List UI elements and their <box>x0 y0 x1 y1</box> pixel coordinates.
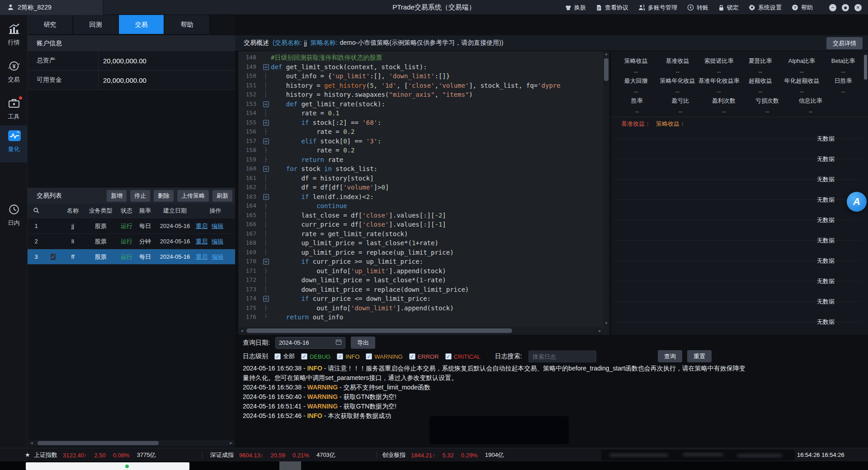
action-重启[interactable]: 重启 <box>196 253 208 260</box>
trade-list-hscrollbar[interactable]: ◄ ► <box>28 440 234 446</box>
checkbox[interactable]: ✓ <box>366 353 372 360</box>
svg-text:?: ? <box>794 5 797 10</box>
log-query-button[interactable]: 查询 <box>658 350 682 362</box>
scroll-left-icon[interactable]: ◄ <box>28 441 35 445</box>
tab-研究[interactable]: 研究 <box>28 15 73 34</box>
fold-toggle-icon[interactable]: − <box>263 138 269 144</box>
scroll-right-icon[interactable]: ► <box>228 441 234 445</box>
sidebar-item-行情[interactable]: 行情 <box>0 19 28 51</box>
scroll-down-icon[interactable]: ▼ <box>603 320 609 327</box>
fold-toggle-icon[interactable]: − <box>263 296 269 302</box>
titlebar-menu-5[interactable]: 锁定 <box>718 4 739 12</box>
account-panel: 研究回测交易帮助 账户信息 总资产20,000,000.00可用资金20,000… <box>28 15 235 448</box>
titlebar-menu-2[interactable]: 查看协议 <box>596 4 628 12</box>
action-编辑[interactable]: 编辑 <box>212 223 223 229</box>
metric-盈亏比: 盈亏比-- <box>659 97 702 115</box>
action-编辑[interactable]: 编辑 <box>212 238 223 245</box>
checkbox[interactable]: ✓ <box>274 353 281 360</box>
code-text: if curr_price <= down_limit_price: <box>271 294 603 304</box>
sidebar-item-label: 日内 <box>0 219 28 227</box>
trade-list-button-上传策略[interactable]: 上传策略 <box>177 190 209 202</box>
sidebar-item-交易[interactable]: ¥交易 <box>0 56 28 88</box>
trade-list-button-停止[interactable]: 停止 <box>130 190 150 202</box>
line-number: 152 <box>238 90 261 100</box>
code-text: def get_limit_stock(context, stock_list)… <box>271 62 603 72</box>
scrollbar-thumb[interactable] <box>38 441 159 445</box>
log-level-CRITICAL[interactable]: ✓CRITICAL <box>445 353 481 360</box>
titlebar-menu-1[interactable]: 换肤 <box>565 4 586 12</box>
scroll-right-icon[interactable]: ► <box>596 327 604 335</box>
scroll-up-icon[interactable]: ▲ <box>603 51 609 57</box>
log-level-INFO[interactable]: ✓INFO <box>337 353 359 360</box>
fold-toggle-icon[interactable]: − <box>263 120 269 126</box>
checkbox[interactable]: ✓ <box>409 353 415 360</box>
code-text: history = get_history(5, '1d', ['close',… <box>271 81 603 90</box>
index-name: 上证指数 <box>34 451 57 459</box>
fold-toggle-icon[interactable]: − <box>263 166 269 172</box>
log-level-ERROR[interactable]: ✓ERROR <box>409 353 439 360</box>
line-number: 148 <box>238 53 261 62</box>
fold-toggle-icon[interactable]: − <box>263 64 269 70</box>
export-button[interactable]: 导出 <box>351 337 375 349</box>
log-search-input[interactable] <box>528 351 596 362</box>
tab-帮助[interactable]: 帮助 <box>165 15 210 34</box>
table-row[interactable]: 2ll股票运行分钟2024-05-16重启编辑 <box>28 234 235 249</box>
pin-icon[interactable]: ★ <box>25 448 30 462</box>
checkbox[interactable]: ✓ <box>337 353 343 360</box>
trade-list-button-删除[interactable]: 删除 <box>154 190 174 202</box>
query-date-input[interactable]: 2024-05-16 <box>275 337 345 349</box>
trade-detail-button[interactable]: 交易详情 <box>826 37 863 49</box>
sidebar-item-量化[interactable]: 量化 <box>0 125 28 162</box>
table-row[interactable]: 3✓ff股票运行每日2024-05-16重启编辑 <box>28 249 235 265</box>
scrollbar-thumb[interactable] <box>604 58 609 81</box>
calendar-icon[interactable] <box>335 339 342 347</box>
code-line: 168│ up_limit_price = last_close*(1+rate… <box>238 238 603 248</box>
strategy-code-editor[interactable]: 148#日级别回测获取涨停和跌停状态的股票149−def get_limit_s… <box>238 51 609 335</box>
tab-回测[interactable]: 回测 <box>73 15 119 34</box>
trade-list-button-刷新[interactable]: 刷新 <box>212 190 232 202</box>
action-重启[interactable]: 重启 <box>196 238 208 245</box>
log-level-WARNING[interactable]: ✓WARNING <box>366 353 402 360</box>
code-line: 149−def get_limit_stock(context, stock_l… <box>238 62 603 72</box>
sidebar-item-label: 工具 <box>0 113 28 121</box>
titlebar-menu-7[interactable]: ?帮助 <box>792 4 813 12</box>
sidebar-item-工具[interactable]: 工具 <box>0 93 28 125</box>
trade-list-button-新增[interactable]: 新增 <box>107 190 127 202</box>
checkbox[interactable]: ✓ <box>445 353 452 360</box>
log-level-全部[interactable]: ✓全部 <box>274 352 295 361</box>
row-checkbox[interactable]: ✓ <box>45 253 61 261</box>
fold-toggle-icon[interactable]: − <box>263 259 269 265</box>
sidebar-item-日内[interactable]: 日内 <box>0 199 28 232</box>
checkbox[interactable]: ✓ <box>301 353 307 360</box>
titlebar-menu-3[interactable]: 多账号管理 <box>638 4 677 12</box>
checkbox[interactable]: ✓ <box>51 254 55 260</box>
scrollbar-thumb[interactable] <box>246 328 512 333</box>
code-text: rate = 0.1 <box>271 109 603 118</box>
log-reset-button[interactable]: 重置 <box>687 350 712 362</box>
fold-toggle-icon[interactable]: − <box>263 194 269 200</box>
fold-toggle-icon[interactable]: − <box>263 101 269 107</box>
scroll-left-icon[interactable]: ◄ <box>238 327 245 335</box>
log-level-DEBUG[interactable]: ✓DEBUG <box>301 353 330 360</box>
log-message: - 获取GTN数据为空! <box>338 403 396 410</box>
fold-gutter: │ <box>261 109 271 118</box>
close-button[interactable]: ✕ <box>854 4 862 11</box>
tab-交易[interactable]: 交易 <box>119 15 165 34</box>
code-text: out_info['down_limit'].append(stock) <box>271 304 603 313</box>
editor-hscrollbar[interactable]: ◄ ► <box>238 327 609 335</box>
assistant-floating-button[interactable]: A <box>847 192 867 212</box>
titlebar-menu-4[interactable]: 转账 <box>687 4 708 12</box>
action-重启[interactable]: 重启 <box>196 223 208 229</box>
metric-label: 基准收益 <box>657 57 698 65</box>
editor-vscrollbar[interactable]: ▲ ▼ <box>603 51 609 327</box>
table-row[interactable]: 1jj股票运行每日2024-05-16重启编辑 <box>28 218 235 234</box>
search-icon[interactable] <box>28 207 45 215</box>
restore-button[interactable]: ◆ <box>842 4 849 11</box>
action-编辑[interactable]: 编辑 <box>212 253 223 260</box>
menu-label: 锁定 <box>727 4 739 12</box>
current-account[interactable]: 2简称_8229 <box>0 0 103 15</box>
minimize-button[interactable]: − <box>829 4 836 11</box>
panel-scrollbar-thumb[interactable] <box>864 55 867 80</box>
code-line: 163− if len(df.index)<2: <box>238 192 603 202</box>
titlebar-menu-6[interactable]: 系统设置 <box>749 4 782 12</box>
